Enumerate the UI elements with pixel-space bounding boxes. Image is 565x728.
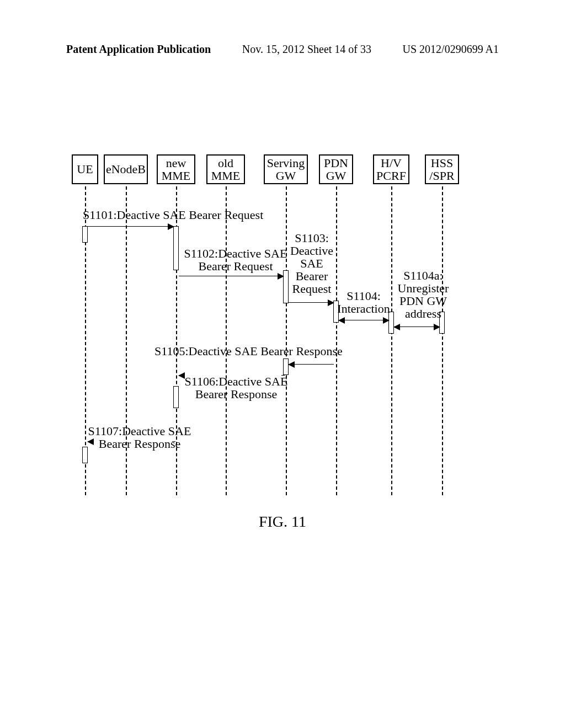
msg-s1107-label: S1107:Deactive SAE Bearer Response — [87, 425, 192, 450]
lifeline-serving-gw: Serving GW — [264, 154, 308, 184]
sequence-diagram: UE eNodeB new MME old MME Serving GW PDN… — [72, 154, 497, 507]
lifeline-pcrf-label: H/V PCRF — [376, 157, 406, 182]
lifeline-hss-label: HSS /SPR — [429, 157, 454, 182]
msg-s1101-arrow — [88, 226, 174, 227]
msg-s1107-arrow-seg-l — [88, 441, 91, 442]
msg-s1104-arrow — [339, 320, 389, 320]
lifeline-serving-gw-label: Serving GW — [267, 157, 305, 182]
header-right: US 2012/0290699 A1 — [403, 43, 499, 56]
lifeline-new-mme: new MME — [157, 154, 195, 184]
lifeline-line-hss — [442, 186, 443, 495]
msg-s1106-label: S1106:Deactive SAE Bearer Response — [181, 375, 291, 400]
msg-s1104a-arrow — [394, 326, 440, 327]
msg-s1106-arrow-seg-r — [281, 375, 285, 376]
lifeline-ue-label: UE — [77, 163, 93, 175]
lifeline-old-mme-label: old MME — [211, 157, 241, 182]
figure-caption: FIG. 11 — [0, 513, 565, 531]
activation-ue-1 — [82, 226, 88, 243]
msg-s1101-label: S1101:Deactive SAE Bearer Request — [83, 208, 263, 221]
lifeline-pcrf: H/V PCRF — [373, 154, 409, 184]
msg-s1103-label: S1103: Deactive SAE Bearer Request — [287, 232, 337, 295]
msg-s1105-label: S1105:Deactive SAE Bearer Response — [154, 345, 343, 357]
msg-s1107-arrow-seg-r — [172, 441, 175, 442]
activation-newmme-2 — [173, 386, 179, 408]
msg-s1106-arrow-seg-l — [179, 375, 182, 376]
msg-s1103-arrow — [289, 302, 334, 303]
lifeline-enodeb-label: eNodeB — [106, 163, 146, 175]
lifeline-pdn-gw: PDN GW — [319, 154, 353, 184]
lifeline-ue: UE — [72, 154, 98, 184]
lifeline-line-old-mme — [226, 186, 227, 495]
activation-newmme-1 — [173, 226, 179, 270]
lifeline-pdn-gw-label: PDN GW — [324, 157, 348, 182]
msg-s1104-label: S1104: Interaction — [335, 290, 392, 315]
msg-s1102-arrow — [179, 276, 284, 276]
header-center: Nov. 15, 2012 Sheet 14 of 33 — [242, 43, 371, 56]
msg-s1105-arrow — [289, 364, 334, 365]
msg-s1102-label: S1102:Deactive SAE Bearer Request — [183, 247, 288, 272]
lifeline-line-pcrf — [391, 186, 392, 495]
msg-s1104a-label: S1104a: Unregister PDN GW address — [393, 269, 454, 320]
lifeline-enodeb: eNodeB — [104, 154, 148, 184]
lifeline-hss: HSS /SPR — [425, 154, 459, 184]
lifeline-old-mme: old MME — [206, 154, 245, 184]
page-header: Patent Application Publication Nov. 15, … — [0, 43, 565, 56]
header-left: Patent Application Publication — [66, 43, 211, 56]
lifeline-new-mme-label: new MME — [162, 157, 191, 182]
